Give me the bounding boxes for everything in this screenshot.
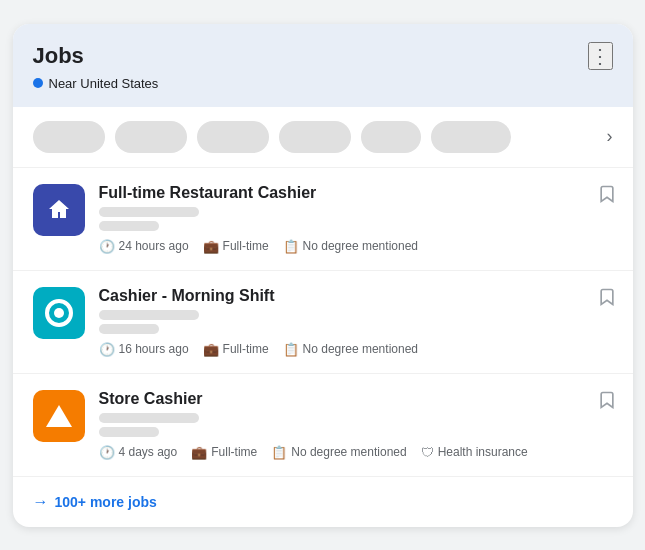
- job-list: Full-time Restaurant Cashier 🕐 24 hours …: [13, 168, 633, 477]
- job-logo-3: [33, 390, 85, 442]
- job-item-3[interactable]: Store Cashier 🕐 4 days ago 💼 Full-time 📋…: [13, 374, 633, 477]
- clock-icon-2: 🕐: [99, 342, 115, 357]
- bookmark-button-2[interactable]: [597, 287, 617, 312]
- bookmark-icon-1: [597, 184, 617, 204]
- filter-pill-6[interactable]: [431, 121, 511, 153]
- bookmark-icon-3: [597, 390, 617, 410]
- triangle-icon: [45, 403, 73, 429]
- job-benefit-3: 🛡 Health insurance: [421, 445, 528, 460]
- briefcase-icon-2: 💼: [203, 342, 219, 357]
- filter-row: ›: [13, 107, 633, 168]
- job-type-3: 💼 Full-time: [191, 445, 257, 460]
- job-content-3: Store Cashier 🕐 4 days ago 💼 Full-time 📋…: [99, 390, 613, 460]
- job-meta-3: 🕐 4 days ago 💼 Full-time 📋 No degree men…: [99, 445, 613, 460]
- location-text: Near United States: [49, 76, 159, 91]
- job-type-2: 💼 Full-time: [203, 342, 269, 357]
- filter-pill-2[interactable]: [115, 121, 187, 153]
- filter-pill-4[interactable]: [279, 121, 351, 153]
- job-type-1: 💼 Full-time: [203, 239, 269, 254]
- more-jobs-label: 100+ more jobs: [55, 494, 157, 510]
- job-content-2: Cashier - Morning Shift 🕐 16 hours ago 💼…: [99, 287, 613, 357]
- job-meta-2: 🕐 16 hours ago 💼 Full-time 📋 No degree m…: [99, 342, 613, 357]
- house-icon: [45, 196, 73, 224]
- job-time-2: 🕐 16 hours ago: [99, 342, 189, 357]
- job-title-1: Full-time Restaurant Cashier: [99, 184, 613, 202]
- more-options-button[interactable]: ⋮: [588, 42, 613, 70]
- clock-icon-1: 🕐: [99, 239, 115, 254]
- job-item-2[interactable]: Cashier - Morning Shift 🕐 16 hours ago 💼…: [13, 271, 633, 374]
- location-dot-icon: [33, 78, 43, 88]
- diploma-icon-3: 📋: [271, 445, 287, 460]
- skeleton-location-3: [99, 427, 159, 437]
- header: Jobs ⋮ Near United States: [13, 24, 633, 107]
- clock-icon-3: 🕐: [99, 445, 115, 460]
- donut-icon: [44, 298, 74, 328]
- skeleton-company-2: [99, 310, 199, 320]
- location-row: Near United States: [33, 76, 613, 91]
- skeleton-company-1: [99, 207, 199, 217]
- job-degree-1: 📋 No degree mentioned: [283, 239, 418, 254]
- job-time-1: 🕐 24 hours ago: [99, 239, 189, 254]
- filter-pill-5[interactable]: [361, 121, 421, 153]
- bookmark-button-3[interactable]: [597, 390, 617, 415]
- filter-chevron-icon[interactable]: ›: [607, 126, 613, 147]
- job-title-2: Cashier - Morning Shift: [99, 287, 613, 305]
- job-time-3: 🕐 4 days ago: [99, 445, 178, 460]
- filter-pill-1[interactable]: [33, 121, 105, 153]
- job-content-1: Full-time Restaurant Cashier 🕐 24 hours …: [99, 184, 613, 254]
- bookmark-icon-2: [597, 287, 617, 307]
- job-item-1[interactable]: Full-time Restaurant Cashier 🕐 24 hours …: [13, 168, 633, 271]
- briefcase-icon-3: 💼: [191, 445, 207, 460]
- shield-icon-3: 🛡: [421, 445, 434, 460]
- skeleton-company-3: [99, 413, 199, 423]
- skeleton-location-1: [99, 221, 159, 231]
- skeleton-location-2: [99, 324, 159, 334]
- job-title-3: Store Cashier: [99, 390, 613, 408]
- page-title: Jobs: [33, 43, 84, 69]
- jobs-card: Jobs ⋮ Near United States › Full-time Re…: [13, 24, 633, 527]
- diploma-icon-1: 📋: [283, 239, 299, 254]
- bookmark-button-1[interactable]: [597, 184, 617, 209]
- more-jobs-row: → 100+ more jobs: [13, 477, 633, 527]
- job-degree-2: 📋 No degree mentioned: [283, 342, 418, 357]
- job-logo-2: [33, 287, 85, 339]
- svg-point-1: [54, 308, 64, 318]
- job-degree-3: 📋 No degree mentioned: [271, 445, 406, 460]
- job-meta-1: 🕐 24 hours ago 💼 Full-time 📋 No degree m…: [99, 239, 613, 254]
- more-jobs-link[interactable]: → 100+ more jobs: [33, 493, 157, 511]
- svg-marker-2: [46, 405, 72, 427]
- job-logo-1: [33, 184, 85, 236]
- arrow-right-icon: →: [33, 493, 49, 511]
- briefcase-icon-1: 💼: [203, 239, 219, 254]
- diploma-icon-2: 📋: [283, 342, 299, 357]
- filter-pill-3[interactable]: [197, 121, 269, 153]
